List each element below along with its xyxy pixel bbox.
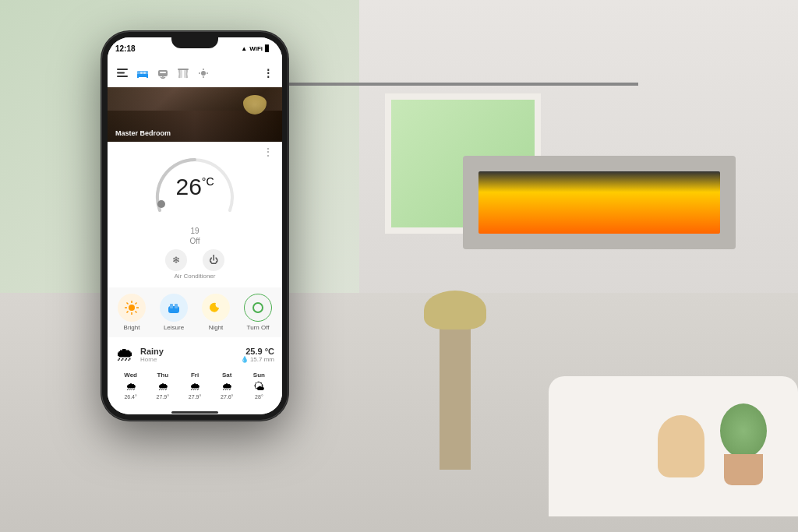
- ac-controls: ❄ ⏻: [165, 246, 224, 273]
- svg-rect-34: [175, 304, 178, 308]
- fri-temp: 27.9°: [189, 394, 201, 400]
- svg-rect-10: [160, 72, 166, 73]
- sat-temp: 27.6°: [221, 394, 233, 400]
- bg-plant-leaves: [720, 403, 767, 458]
- more-options-icon[interactable]: ⋮: [263, 67, 274, 79]
- svg-rect-8: [143, 72, 146, 74]
- forecast-fri: Fri 🌧 27.9°: [179, 372, 210, 400]
- svg-line-31: [127, 312, 129, 313]
- svg-line-29: [136, 312, 137, 313]
- thu-label: Thu: [157, 372, 168, 379]
- wed-icon: 🌧: [125, 380, 136, 393]
- scene-buttons-row: Bright Leisure: [108, 287, 282, 337]
- bg-plant-pot: [724, 454, 763, 485]
- svg-rect-0: [117, 69, 128, 70]
- weather-main-icon: 🌧: [115, 344, 134, 365]
- weather-temp-right: 25.9 °C 💧 15.7 mm: [241, 347, 274, 363]
- weather-section: 🌧 Rainy Home 25.9 °C 💧 15.7 mm: [108, 337, 282, 404]
- temperature-value: 26: [175, 175, 201, 199]
- sat-label: Sat: [222, 372, 231, 379]
- svg-point-17: [201, 71, 206, 76]
- status-time: 12:18: [115, 44, 136, 53]
- svg-rect-5: [137, 75, 139, 78]
- leisure-icon: [160, 294, 188, 322]
- bright-label: Bright: [124, 324, 140, 331]
- ac-icon[interactable]: [156, 66, 170, 80]
- svg-point-35: [253, 303, 263, 312]
- bg-lamp: [440, 314, 471, 470]
- leisure-label: Leisure: [164, 324, 184, 331]
- fri-icon: 🌧: [189, 380, 200, 393]
- forecast-row: Wed 🌧 26.4° Thu 🌧 27.9° Fri 🌧 27.9°: [115, 372, 274, 400]
- thermostat-more-icon[interactable]: ⋮: [263, 146, 274, 157]
- weather-condition: Rainy: [140, 347, 235, 356]
- room-name-label: Master Bedroom: [115, 129, 171, 137]
- forecast-sat: Sat 🌧 27.6°: [212, 372, 242, 400]
- battery-icon: ▊: [265, 45, 270, 52]
- notch: [171, 37, 218, 48]
- svg-rect-2: [117, 76, 128, 77]
- svg-point-23: [129, 305, 135, 311]
- svg-rect-16: [184, 70, 187, 78]
- weather-location: Home: [140, 356, 235, 363]
- svg-rect-33: [170, 304, 173, 308]
- set-temperature: 19 Off: [189, 226, 200, 246]
- sat-icon: 🌧: [221, 380, 232, 393]
- bright-icon: [118, 294, 146, 322]
- app-header: ⋮: [108, 59, 282, 87]
- fri-label: Fri: [191, 372, 199, 379]
- home-bar-area: [108, 404, 282, 414]
- scene-leisure-btn[interactable]: Leisure: [154, 294, 193, 331]
- bg-plant: [712, 407, 775, 485]
- bed-icon[interactable]: [136, 66, 150, 80]
- curtain-icon[interactable]: [176, 66, 190, 80]
- weather-temperature: 25.9 °C: [241, 347, 274, 356]
- thu-icon: 🌧: [157, 380, 168, 393]
- sun-label: Sun: [253, 372, 265, 379]
- sun-icon: 🌤: [253, 380, 264, 393]
- phone-container: 12:18 ▲ WiFi ▊: [101, 31, 288, 421]
- bg-vase: [658, 415, 704, 477]
- night-label: Night: [209, 324, 224, 331]
- svg-rect-1: [117, 72, 125, 74]
- thermostat-area: ⋮ 26 °C: [108, 142, 282, 287]
- svg-rect-6: [147, 75, 148, 78]
- night-icon: [202, 294, 230, 322]
- svg-rect-7: [140, 72, 143, 74]
- temp-unit: °C: [202, 175, 214, 188]
- svg-point-22: [157, 200, 165, 208]
- dial-container: 26 °C: [148, 148, 242, 226]
- svg-rect-15: [179, 70, 182, 78]
- bg-fireplace: [463, 156, 736, 249]
- forecast-thu: Thu 🌧 27.9°: [147, 372, 178, 400]
- phone-screen: 12:18 ▲ WiFi ▊: [108, 37, 282, 414]
- scene-bright-btn[interactable]: Bright: [112, 294, 151, 331]
- signal-icon: ▲: [241, 45, 247, 52]
- sun-temp: 28°: [255, 394, 263, 400]
- ac-power-btn[interactable]: ⏻: [203, 249, 224, 271]
- svg-line-30: [136, 303, 137, 305]
- status-icons: ▲ WiFi ▊: [241, 45, 270, 52]
- scene-turnoff-btn[interactable]: Turn Off: [238, 294, 277, 331]
- wifi-icon: WiFi: [249, 45, 263, 52]
- scene-night-btn[interactable]: Night: [196, 294, 235, 331]
- thu-temp: 27.9°: [157, 394, 169, 400]
- weather-current: 🌧 Rainy Home 25.9 °C 💧 15.7 mm: [115, 344, 274, 365]
- ac-snowflake-btn[interactable]: ❄: [165, 249, 187, 271]
- ac-label: Air Conditioner: [175, 273, 216, 283]
- weather-rainfall: 💧 15.7 mm: [241, 356, 274, 363]
- light-icon[interactable]: [196, 66, 210, 80]
- menu-icon[interactable]: [115, 66, 129, 80]
- bg-fire: [478, 171, 720, 234]
- home-indicator: [171, 411, 218, 414]
- temp-display: 26 °C: [175, 175, 214, 199]
- wed-temp: 26.4°: [124, 394, 136, 400]
- forecast-sun: Sun 🌤 28°: [244, 372, 274, 400]
- rain-drop-icon: 💧: [241, 356, 249, 363]
- bg-lamp-shade: [424, 291, 486, 329]
- svg-line-28: [127, 303, 129, 305]
- phone-body: 12:18 ▲ WiFi ▊: [101, 31, 288, 421]
- weather-info: Rainy Home: [140, 347, 235, 363]
- wed-label: Wed: [124, 372, 137, 379]
- turnoff-label: Turn Off: [247, 324, 270, 331]
